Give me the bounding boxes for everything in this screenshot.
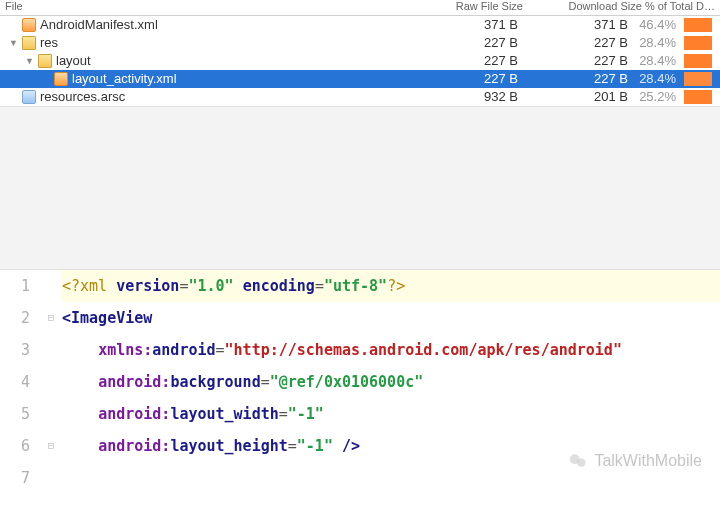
code-token: layout_width [170,405,278,423]
download-size: 371 B [594,16,628,34]
tree-name-cell[interactable]: ▶AndroidManifest.xml [0,16,440,34]
download-size-cell: 371 B46.4% [530,16,716,34]
line-number: 2 [0,302,30,334]
tree-name-cell[interactable]: ▼layout [0,52,440,70]
tree-row[interactable]: ▶resources.arsc932 B201 B25.2% [0,88,720,106]
code-token [62,405,98,423]
tree-item-label: layout [56,52,91,70]
code-token: ?> [387,277,405,295]
column-download-size[interactable]: Download Size % of Total D… [535,0,715,12]
fold-spacer [40,462,62,494]
disclosure-triangle-icon[interactable]: ▼ [24,56,35,67]
code-line[interactable]: android:layout_width="-1" [62,398,720,430]
download-percent: 28.4% [636,70,676,88]
code-token: = [315,277,324,295]
raw-size: 932 B [440,88,530,106]
size-bar [684,36,712,50]
code-token: = [216,341,225,359]
line-number: 5 [0,398,30,430]
code-token: "http://schemas.android.com/apk/res/andr… [225,341,622,359]
code-editor[interactable]: 1234567 ⊟⊟ <?xml version="1.0" encoding=… [0,270,720,494]
code-token [62,341,98,359]
column-raw-size[interactable]: Raw File Size [445,0,535,12]
code-token [62,373,98,391]
code-token: background [170,373,260,391]
size-bar [684,54,712,68]
xml-file-icon [22,18,36,32]
download-size-cell: 201 B25.2% [530,88,716,106]
line-number: 3 [0,334,30,366]
folder-file-icon [22,36,36,50]
code-token: "utf-8" [324,277,387,295]
fold-spacer [40,334,62,366]
tree-name-cell[interactable]: ▶resources.arsc [0,88,440,106]
code-token: android [152,341,215,359]
raw-size: 227 B [440,34,530,52]
tree-row[interactable]: ▶AndroidManifest.xml371 B371 B46.4% [0,16,720,34]
tree-name-cell[interactable]: ▼res [0,34,440,52]
tree-row[interactable]: ▼res227 B227 B28.4% [0,34,720,52]
xml-file-icon [54,72,68,86]
code-token: = [288,437,297,455]
raw-size: 227 B [440,70,530,88]
download-size: 227 B [594,70,628,88]
line-number: 7 [0,462,30,494]
tree-item-label: resources.arsc [40,88,125,106]
fold-spacer [40,270,62,302]
fold-spacer [40,366,62,398]
disclosure-triangle-icon[interactable]: ▼ [8,38,19,49]
code-token: "-1" [288,405,324,423]
code-token: layout_height [170,437,287,455]
download-size-cell: 227 B28.4% [530,52,716,70]
column-header: File Raw File Size Download Size % of To… [0,0,720,16]
download-size: 201 B [594,88,628,106]
tree-row[interactable]: ▶layout_activity.xml227 B227 B28.4% [0,70,720,88]
code-line[interactable]: <?xml version="1.0" encoding="utf-8"?> [62,270,720,302]
fold-toggle-icon[interactable]: ⊟ [40,430,62,462]
file-tree[interactable]: ▶AndroidManifest.xml371 B371 B46.4%▼res2… [0,16,720,106]
tree-item-label: AndroidManifest.xml [40,16,158,34]
raw-size: 227 B [440,52,530,70]
size-bar [684,18,712,32]
download-size: 227 B [594,52,628,70]
folder-file-icon [38,54,52,68]
fold-toggle-icon[interactable]: ⊟ [40,302,62,334]
fold-column[interactable]: ⊟⊟ [40,270,62,494]
download-size: 227 B [594,34,628,52]
code-line[interactable]: android:layout_height="-1" /> [62,430,720,462]
splitter[interactable] [0,106,720,270]
code-token: android: [98,437,170,455]
tree-name-cell[interactable]: ▶layout_activity.xml [0,70,440,88]
download-percent: 28.4% [636,34,676,52]
code-line[interactable]: android:background="@ref/0x0106000c" [62,366,720,398]
download-percent: 28.4% [636,52,676,70]
size-bar [684,72,712,86]
code-token [234,277,243,295]
code-token: android: [98,405,170,423]
download-size-cell: 227 B28.4% [530,70,716,88]
code-line[interactable] [62,462,720,494]
code-token: = [279,405,288,423]
line-gutter: 1234567 [0,270,40,494]
raw-size: 371 B [440,16,530,34]
code-token: /> [333,437,360,455]
size-bar [684,90,712,104]
code-token: = [261,373,270,391]
code-token: "@ref/0x0106000c" [270,373,424,391]
code-token: <ImageView [62,309,152,327]
download-size-cell: 227 B28.4% [530,34,716,52]
line-number: 6 [0,430,30,462]
column-file[interactable]: File [5,0,445,12]
code-line[interactable]: <ImageView [62,302,720,334]
code-line[interactable]: xmlns:android="http://schemas.android.co… [62,334,720,366]
code-area[interactable]: <?xml version="1.0" encoding="utf-8"?><I… [62,270,720,494]
code-token: encoding [243,277,315,295]
code-token: "-1" [297,437,333,455]
tree-row[interactable]: ▼layout227 B227 B28.4% [0,52,720,70]
code-token [62,437,98,455]
fold-spacer [40,398,62,430]
line-number: 4 [0,366,30,398]
code-token: version [116,277,179,295]
code-token: xmlns: [98,341,152,359]
tree-item-label: res [40,34,58,52]
